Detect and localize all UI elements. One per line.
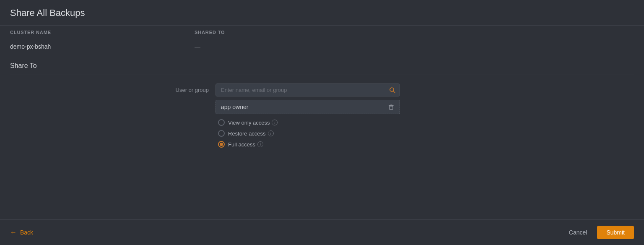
back-label: Back: [20, 229, 33, 236]
radio-label-full-access: Full access i: [228, 141, 263, 148]
trash-icon: [388, 104, 395, 110]
svg-rect-2: [390, 106, 393, 109]
radio-restore[interactable]: Restore access i: [218, 130, 400, 137]
user-group-search-input[interactable]: [216, 83, 400, 96]
info-icon-restore[interactable]: i: [268, 130, 274, 136]
share-to-content: User or group app owner: [10, 75, 634, 156]
page-container: Share All Backups CLUSTER NAME SHARED TO…: [0, 0, 644, 245]
share-to-header: Share To: [10, 56, 634, 75]
cancel-button[interactable]: Cancel: [564, 227, 592, 238]
page-header: Share All Backups: [0, 0, 644, 26]
page-footer: ← Back Cancel Submit: [0, 219, 644, 245]
tag-delete-button[interactable]: [388, 104, 395, 110]
column-header-cluster: CLUSTER NAME: [10, 30, 195, 35]
radio-full-access[interactable]: Full access i: [218, 141, 400, 148]
footer-right: Cancel Submit: [564, 226, 634, 239]
radio-circle-restore: [218, 130, 225, 137]
radio-circle-view-only: [218, 119, 225, 126]
info-icon-view-only[interactable]: i: [272, 120, 278, 125]
info-icon-full-access[interactable]: i: [257, 141, 263, 147]
back-arrow-icon: ←: [10, 229, 17, 236]
user-group-right: app owner: [216, 83, 400, 148]
user-group-label: User or group: [10, 83, 216, 93]
radio-label-view-only: View only access i: [228, 120, 278, 126]
share-to-section: Share To User or group app owner: [0, 56, 644, 219]
cluster-name-cell: demo-px-bshah: [10, 43, 195, 50]
radio-label-restore: Restore access i: [228, 130, 274, 137]
search-input-wrapper: [216, 83, 400, 96]
radio-options: View only access i Restore access i: [216, 119, 400, 148]
back-button[interactable]: ← Back: [10, 229, 33, 236]
table-header-row: CLUSTER NAME SHARED TO: [10, 26, 634, 38]
page-title: Share All Backups: [10, 8, 634, 18]
svg-line-1: [393, 91, 395, 93]
submit-button[interactable]: Submit: [597, 226, 634, 239]
radio-dot-full-access: [220, 143, 223, 146]
radio-circle-full-access: [218, 141, 225, 148]
column-header-shared: SHARED TO: [195, 30, 225, 35]
search-icon: [389, 87, 396, 94]
table-section: CLUSTER NAME SHARED TO demo-px-bshah —: [0, 26, 644, 56]
table-row: demo-px-bshah —: [10, 38, 634, 56]
shared-to-cell: —: [195, 43, 200, 50]
tag-row: app owner: [216, 100, 400, 114]
radio-view-only[interactable]: View only access i: [218, 119, 400, 126]
search-button[interactable]: [389, 87, 396, 94]
tag-name: app owner: [221, 104, 248, 110]
